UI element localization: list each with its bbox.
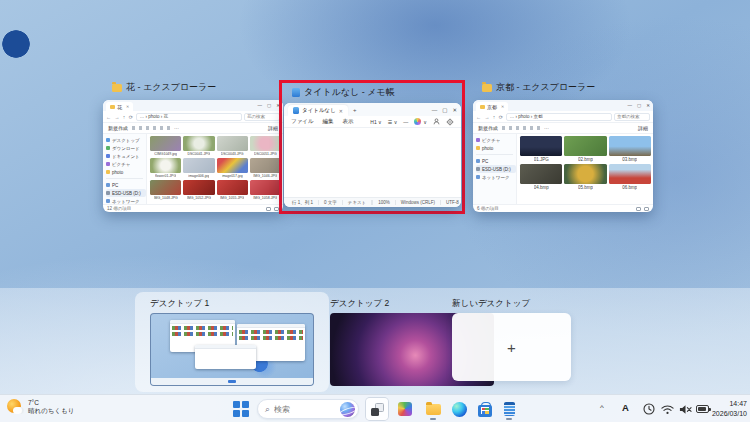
file-item[interactable]: IMG_1055.JPG	[217, 180, 248, 200]
file-item[interactable]: 06.bmp	[609, 164, 651, 190]
desktop-1-thumbnail[interactable]	[150, 313, 314, 386]
settings-gear-icon[interactable]	[446, 118, 454, 126]
taskbar-search-box[interactable]: ⌕	[257, 399, 359, 419]
file-item[interactable]: IMG_1052.JPG	[183, 180, 214, 200]
tab-close-icon[interactable]: ✕	[339, 108, 343, 114]
battery-icon[interactable]	[696, 405, 709, 413]
view-toggle-icons[interactable]	[636, 207, 649, 211]
clock-tray-icon[interactable]	[643, 403, 655, 415]
breadcrumb[interactable]: … › photo › 京都	[506, 113, 612, 121]
toolbar-icons[interactable]	[502, 126, 540, 130]
breadcrumb[interactable]: … › photo › 花	[136, 113, 242, 121]
notepad-button[interactable]	[498, 398, 520, 420]
file-item[interactable]: 01.JPG	[520, 136, 562, 162]
tray-chevron-up-icon[interactable]: ^	[600, 403, 604, 412]
file-explorer-button[interactable]	[422, 398, 444, 420]
heading-dropdown[interactable]: H1 ∨	[370, 119, 381, 125]
new-tab-button[interactable]: +	[353, 107, 357, 113]
file-item[interactable]: DSC0041.JPG	[183, 136, 214, 156]
list-dropdown[interactable]: ☰ ∨	[388, 119, 398, 125]
sidebar-item-pc[interactable]: PC	[106, 181, 146, 189]
sidebar-item-usb-drive[interactable]: ESD-USB (D:)	[476, 165, 516, 173]
file-item[interactable]: DSC0043.JPG	[217, 136, 248, 156]
sidebar-item-desktop[interactable]: デスクトップ	[106, 136, 146, 144]
file-thumbnail	[217, 136, 248, 151]
start-button[interactable]	[233, 401, 249, 417]
copilot-dropdown[interactable]: ∨	[414, 118, 427, 125]
file-item[interactable]: CIMG1049.jpg	[150, 136, 181, 156]
rule-icon[interactable]: —	[403, 119, 408, 125]
maximize-button[interactable]: ▢	[637, 103, 641, 108]
file-item[interactable]: image006.jpg	[183, 158, 214, 178]
new-desktop-button[interactable]: +	[452, 313, 571, 381]
volume-muted-icon[interactable]	[679, 404, 692, 415]
close-button[interactable]: ✕	[276, 103, 280, 108]
taskbar-clock[interactable]: 14:47 2026/03/10	[712, 399, 747, 419]
widgets-weather-button[interactable]: 7°C 晴れのちくもり	[7, 398, 74, 415]
file-item[interactable]: 02.bmp	[564, 136, 606, 162]
menu-view[interactable]: 表示	[343, 118, 354, 125]
task-view-button[interactable]	[366, 398, 388, 420]
window-thumbnail-hana[interactable]: 花 ✕ — ▢ ✕ ← → ↑ ⟳ … › photo › 花 花の検索 新規作…	[103, 100, 283, 212]
search-input[interactable]: 花の検索	[244, 113, 280, 121]
minimize-button[interactable]: —	[627, 103, 632, 108]
sidebar-item-pc[interactable]: PC	[476, 157, 516, 165]
file-item[interactable]: IMG_1046.JPG	[250, 158, 281, 178]
minimize-button[interactable]: —	[257, 103, 262, 108]
photos-app-button[interactable]	[394, 398, 416, 420]
copilot-icon	[414, 118, 421, 125]
new-button[interactable]: 新規作成	[108, 125, 128, 131]
sidebar-item-pictures[interactable]: ピクチャ	[106, 160, 146, 168]
tab-close-icon[interactable]: ✕	[501, 104, 504, 109]
menu-edit[interactable]: 編集	[323, 118, 334, 125]
toolbar-icons[interactable]	[132, 126, 170, 130]
details-button[interactable]: 詳細	[268, 125, 278, 131]
tab-close-icon[interactable]: ✕	[126, 104, 129, 109]
search-input[interactable]: 京都の検索	[614, 113, 650, 121]
more-icon[interactable]: ⋯	[544, 125, 549, 131]
search-input[interactable]	[274, 405, 340, 414]
file-item[interactable]: 05.bmp	[564, 164, 606, 190]
sidebar-item-usb-drive[interactable]: ESD-USB (D:)	[106, 189, 146, 197]
sidebar-item-network[interactable]: ネットワーク	[476, 173, 516, 181]
file-item[interactable]: 03.bmp	[609, 136, 651, 162]
close-button[interactable]: ✕	[646, 103, 650, 108]
minimize-button[interactable]: —	[432, 107, 438, 113]
nav-arrows-icons[interactable]: ← → ↑ ⟳	[476, 114, 504, 120]
details-button[interactable]: 詳細	[638, 125, 648, 131]
maximize-button[interactable]: ▢	[267, 103, 271, 108]
file-item[interactable]: IMG_1048.JPG	[150, 180, 181, 200]
copilot-planet-icon[interactable]	[340, 402, 355, 417]
sidebar-item-network[interactable]: ネットワーク	[106, 197, 146, 204]
store-button[interactable]	[474, 398, 496, 420]
edge-button[interactable]	[448, 398, 470, 420]
notepad-text-area[interactable]	[284, 128, 461, 197]
file-item[interactable]: 04.bmp	[520, 164, 562, 190]
sidebar-item-documents[interactable]: ドキュメント	[106, 152, 146, 160]
explorer-tab[interactable]: 花 ✕	[106, 102, 133, 111]
maximize-button[interactable]: ▢	[442, 107, 447, 113]
file-item[interactable]: DSC0051.JPG	[250, 136, 281, 156]
more-icon[interactable]: ⋯	[174, 125, 179, 131]
wifi-icon[interactable]	[661, 404, 674, 415]
notepad-tab[interactable]: タイトルなし ✕	[288, 105, 348, 116]
file-item[interactable]: flower01.JPG	[150, 158, 181, 178]
zoom-level[interactable]: 100%	[372, 200, 396, 205]
window-thumbnail-kyoto[interactable]: 京都 ✕ — ▢ ✕ ← → ↑ ⟳ … › photo › 京都 京都の検索 …	[473, 100, 653, 212]
window-thumbnail-notepad[interactable]: タイトルなし ✕ + — ▢ ✕ ファイル 編集 表示 H1 ∨ ☰ ∨ — ∨	[284, 103, 461, 207]
ime-indicator[interactable]: A	[622, 402, 629, 413]
account-icon[interactable]	[433, 118, 440, 125]
explorer-tab[interactable]: 京都 ✕	[476, 102, 508, 111]
new-button[interactable]: 新規作成	[478, 125, 498, 131]
sidebar-item-photo-folder[interactable]: photo	[476, 144, 516, 152]
file-item[interactable]: image017.jpg	[217, 158, 248, 178]
pc-icon	[106, 183, 110, 187]
view-toggle-icons[interactable]	[266, 207, 279, 211]
sidebar-item-photo-folder[interactable]: photo	[106, 168, 146, 176]
sidebar-item-pictures[interactable]: ピクチャ	[476, 136, 516, 144]
menu-file[interactable]: ファイル	[291, 118, 314, 125]
sidebar-item-downloads[interactable]: ダウンロード	[106, 144, 146, 152]
close-button[interactable]: ✕	[452, 107, 457, 113]
file-item[interactable]: IMG_1058.JPG	[250, 180, 281, 200]
nav-arrows-icons[interactable]: ← → ↑ ⟳	[106, 114, 134, 120]
